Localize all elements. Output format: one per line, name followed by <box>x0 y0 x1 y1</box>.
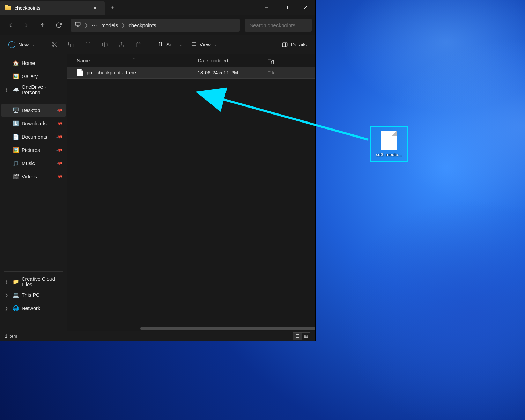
view-label: View <box>200 42 211 47</box>
breadcrumb-checkpoints[interactable]: checkpoints <box>128 22 156 28</box>
file-row[interactable]: put_checkpoints_here 18-06-24 5:11 PM Fi… <box>67 67 315 78</box>
chevron-down-icon: ⌄ <box>214 43 217 46</box>
forward-button[interactable] <box>20 18 34 32</box>
home-icon: 🏠 <box>13 60 19 66</box>
toolbar: + New ⌄ Sort ⌄ View ⌄ ⋯ Details <box>0 35 315 54</box>
sidebar-item-label: Pictures <box>22 147 40 153</box>
svg-rect-13 <box>71 44 74 47</box>
item-count: 1 item <box>5 333 17 339</box>
chevron-right-icon: ❯ <box>5 293 8 297</box>
divider <box>4 100 63 100</box>
desktop-icon: 🖥️ <box>13 107 19 113</box>
delete-button[interactable] <box>131 38 146 51</box>
sidebar-item-videos[interactable]: 🎬Videos📌 <box>1 170 66 183</box>
folder-icon: 📁 <box>13 279 19 285</box>
details-pane-button[interactable]: Details <box>278 38 310 51</box>
sidebar-item-downloads[interactable]: ⬇️Downloads📌 <box>1 117 66 130</box>
cut-button[interactable] <box>47 38 62 51</box>
refresh-button[interactable] <box>52 18 66 32</box>
sidebar-item-gallery[interactable]: 🖼️Gallery <box>1 70 66 83</box>
svg-line-12 <box>53 44 54 45</box>
sort-button[interactable]: Sort ⌄ <box>154 38 186 51</box>
divider <box>4 271 63 272</box>
download-icon: ⬇️ <box>13 120 19 127</box>
horizontal-scrollbar[interactable] <box>67 326 315 331</box>
sidebar-item-this-pc[interactable]: ❯💻This PC <box>1 288 66 302</box>
close-tab-button[interactable]: ✕ <box>90 4 100 12</box>
sidebar-item-label: Network <box>22 305 40 311</box>
titlebar: checkpoints ✕ ＋ <box>0 0 315 15</box>
details-view-button[interactable]: ☰ <box>293 333 302 340</box>
view-button[interactable]: View ⌄ <box>188 38 221 51</box>
document-icon: 📄 <box>13 134 19 140</box>
sidebar-item-pictures[interactable]: 🖼️Pictures📌 <box>1 143 66 157</box>
sidebar-item-music[interactable]: 🎵Music📌 <box>1 157 66 170</box>
sidebar-item-label: Desktop <box>22 108 40 113</box>
new-button[interactable]: + New ⌄ <box>5 38 38 51</box>
more-button[interactable]: ⋯ <box>229 38 243 51</box>
sidebar-item-network[interactable]: ❯🌐Network <box>1 302 66 315</box>
column-date[interactable]: Date modified <box>194 58 264 64</box>
sidebar-item-desktop[interactable]: 🖥️Desktop📌 <box>1 104 66 117</box>
file-name: put_checkpoints_here <box>87 70 136 75</box>
view-icon <box>191 41 197 48</box>
svg-rect-15 <box>102 43 107 46</box>
chevron-right-icon: ❯ <box>121 23 125 28</box>
sidebar-item-home[interactable]: 🏠Home <box>1 57 66 70</box>
svg-rect-23 <box>282 43 287 47</box>
sidebar-item-creative-cloud[interactable]: ❯📁Creative Cloud Files <box>1 275 66 288</box>
svg-rect-14 <box>87 42 89 43</box>
new-tab-button[interactable]: ＋ <box>105 0 120 15</box>
share-button[interactable] <box>114 38 129 51</box>
file-explorer-window: checkpoints ✕ ＋ ❯ ⋯ models ❯ checkpoints <box>0 0 316 341</box>
breadcrumb-models[interactable]: models <box>101 22 118 28</box>
folder-icon <box>5 6 11 10</box>
window-controls <box>257 0 315 15</box>
sidebar-item-documents[interactable]: 📄Documents📌 <box>1 130 66 143</box>
file-date: 18-06-24 5:11 PM <box>194 70 264 75</box>
details-label: Details <box>291 42 307 47</box>
svg-line-11 <box>55 45 57 46</box>
desktop-file-sd3[interactable]: sd3_mediu... <box>370 126 408 162</box>
sidebar-item-label: Home <box>22 60 35 66</box>
address-bar[interactable]: ❯ ⋯ models ❯ checkpoints <box>71 19 240 32</box>
sidebar-item-onedrive[interactable]: ❯☁️OneDrive - Persona <box>1 83 66 96</box>
file-rows: put_checkpoints_here 18-06-24 5:11 PM Fi… <box>67 67 315 326</box>
file-list-pane: Name⌃ Date modified Type put_checkpoints… <box>67 54 315 331</box>
close-window-button[interactable] <box>296 0 315 15</box>
chevron-right-icon: ❯ <box>5 306 8 311</box>
maximize-button[interactable] <box>276 0 296 15</box>
rename-button[interactable] <box>97 38 112 51</box>
scrollbar-thumb[interactable] <box>140 327 315 330</box>
tab-checkpoints[interactable]: checkpoints ✕ <box>0 1 105 15</box>
sidebar-item-label: Documents <box>22 134 47 140</box>
column-type[interactable]: Type <box>264 58 315 64</box>
sort-ascending-icon: ⌃ <box>132 57 135 61</box>
sort-label: Sort <box>166 42 176 47</box>
view-mode-toggle: ☰ ▦ <box>293 332 310 340</box>
svg-rect-5 <box>75 22 80 25</box>
back-button[interactable] <box>3 18 17 32</box>
pin-icon: 📌 <box>56 160 63 167</box>
network-icon: 🌐 <box>13 305 19 311</box>
picture-icon: 🖼️ <box>13 147 19 153</box>
cloud-icon: ☁️ <box>13 87 19 93</box>
sidebar-item-label: Videos <box>22 174 37 179</box>
pc-icon <box>75 21 81 29</box>
file-type: File <box>264 70 315 75</box>
chevron-right-icon: ❯ <box>84 23 88 28</box>
pin-icon: 📌 <box>56 133 63 140</box>
sidebar-item-label: Downloads <box>22 121 47 126</box>
search-input[interactable] <box>250 22 307 28</box>
search-box[interactable] <box>245 19 312 32</box>
minimize-button[interactable] <box>257 0 276 15</box>
breadcrumb-overflow[interactable]: ⋯ <box>91 22 98 29</box>
up-button[interactable] <box>36 18 50 32</box>
thumbnails-view-button[interactable]: ▦ <box>302 333 310 340</box>
video-icon: 🎬 <box>13 174 19 180</box>
paste-button[interactable] <box>81 38 95 51</box>
copy-button[interactable] <box>64 38 79 51</box>
column-name[interactable]: Name⌃ <box>73 58 194 64</box>
pin-icon: 📌 <box>56 147 63 154</box>
new-label: New <box>18 42 29 47</box>
